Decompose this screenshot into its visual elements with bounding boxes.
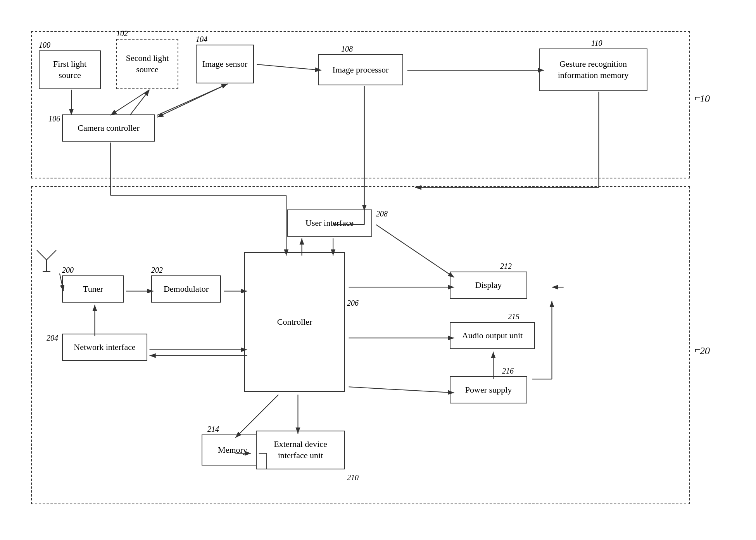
diagram-container: 10 ⌐ 20 ⌐ First light source 100 Second … <box>23 16 729 524</box>
second-light-source-label: Second light source <box>120 53 174 75</box>
camera-controller-label: Camera controller <box>78 123 139 134</box>
user-interface-label: User interface <box>306 218 354 229</box>
display-block: Display <box>450 272 527 299</box>
first-light-source-label: First light source <box>43 59 97 81</box>
memory-block: Memory <box>202 434 264 466</box>
tuner-block: Tuner <box>62 275 124 303</box>
power-supply-block: Power supply <box>450 376 527 403</box>
ref-210: 210 <box>347 473 359 482</box>
external-device-label: External device interface unit <box>260 439 341 461</box>
image-processor-block: Image processor <box>318 54 403 85</box>
svg-line-1 <box>37 250 47 260</box>
ref-206: 206 <box>347 299 359 308</box>
controller-label: Controller <box>277 317 312 328</box>
ref-214: 214 <box>207 425 219 434</box>
gesture-memory-block: Gesture recognition information memory <box>539 48 647 91</box>
network-interface-block: Network interface <box>62 334 147 361</box>
demodulator-label: Demodulator <box>164 284 209 295</box>
image-processor-label: Image processor <box>333 64 389 76</box>
tuner-label: Tuner <box>83 284 103 295</box>
external-device-block: External device interface unit <box>256 431 345 469</box>
controller-block: Controller <box>244 252 345 392</box>
audio-output-label: Audio output unit <box>462 330 523 341</box>
audio-output-block: Audio output unit <box>450 322 535 349</box>
demodulator-block: Demodulator <box>151 275 221 303</box>
ref-204: 204 <box>47 334 58 343</box>
ref-212: 212 <box>500 262 512 271</box>
memory-label: Memory <box>218 445 247 456</box>
image-sensor-label: Image sensor <box>202 59 248 70</box>
ref-208: 208 <box>376 209 388 218</box>
svg-line-2 <box>47 250 56 260</box>
display-label: Display <box>475 280 502 291</box>
ref-200: 200 <box>62 266 74 275</box>
ref-106: 106 <box>48 114 60 123</box>
system-10-bracket: ⌐ <box>694 91 701 104</box>
ref-110: 110 <box>591 39 602 48</box>
ref-108: 108 <box>341 45 353 54</box>
image-sensor-block: Image sensor <box>196 45 254 83</box>
second-light-source-block: Second light source <box>116 39 178 89</box>
ref-215: 215 <box>508 312 520 321</box>
power-supply-label: Power supply <box>465 384 512 396</box>
system-20-bracket: ⌐ <box>694 343 701 356</box>
ref-216: 216 <box>502 367 514 376</box>
camera-controller-block: Camera controller <box>62 114 155 142</box>
first-light-source-block: First light source <box>39 50 101 89</box>
user-interface-block: User interface <box>287 209 372 237</box>
ref-104: 104 <box>196 35 207 44</box>
ref-100: 100 <box>39 41 50 50</box>
antenna-icon <box>35 244 58 275</box>
gesture-memory-label: Gesture recognition information memory <box>543 59 644 81</box>
ref-202: 202 <box>151 266 163 275</box>
network-interface-label: Network interface <box>74 342 135 353</box>
ref-102: 102 <box>116 29 128 38</box>
